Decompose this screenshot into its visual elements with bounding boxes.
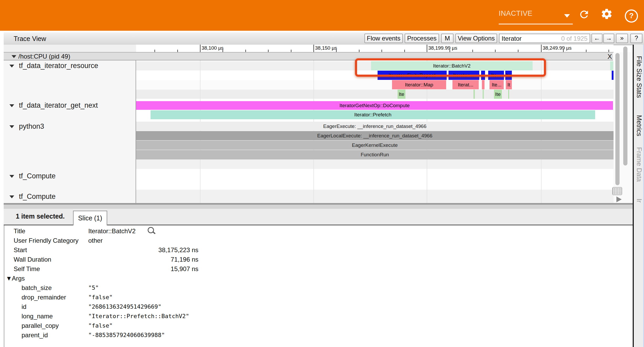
- trace-band[interactable]: FunctionRun: [136, 150, 614, 159]
- trace-slice[interactable]: [473, 90, 475, 99]
- arg-row: drop_remainder"false": [4, 293, 633, 302]
- detail-label: User Friendly Category: [14, 237, 79, 244]
- arg-row: id"2686136324951429669": [4, 302, 633, 312]
- args-section-row: ▼Args: [4, 274, 633, 283]
- track-collapse-arrow-icon[interactable]: [9, 65, 14, 68]
- nav-button[interactable]: →: [603, 34, 614, 43]
- ruler-minor-tick: [404, 50, 405, 52]
- arg-row: batch_size"5": [4, 283, 633, 293]
- nav-button[interactable]: »: [616, 34, 628, 43]
- selection-status: 1 item selected.: [16, 213, 65, 220]
- detail-label: Self Time: [14, 265, 40, 273]
- timeline-ruler: 38,100 µs38,150 µs38,199.99 µs38,249.99 …: [136, 45, 614, 53]
- timeline-row-background: [136, 159, 614, 169]
- arg-name: parent_id: [22, 332, 48, 339]
- trace-slice[interactable]: IteratorGetNextOp::DoCompute: [136, 101, 613, 110]
- arg-value: "-8853857924060639988": [88, 332, 165, 338]
- detail-row: TitleIterator::BatchV2: [4, 226, 633, 236]
- trace-slice[interactable]: Iterator::FiniteRepeat: [378, 71, 447, 80]
- magnifier-icon[interactable]: [148, 227, 154, 233]
- trace-slice[interactable]: Ite...: [488, 71, 504, 80]
- page-title: Trace View: [14, 35, 46, 43]
- sidebar-tab-ir[interactable]: Ir: [635, 199, 643, 203]
- trace-slice[interactable]: [508, 90, 509, 99]
- trace-slice[interactable]: [612, 71, 614, 80]
- detail-value: other: [88, 237, 103, 244]
- detail-value: 15,907 ns: [171, 265, 198, 273]
- ruler-major-tick: [200, 45, 200, 52]
- trace-slice[interactable]: [610, 61, 613, 70]
- arg-name: parallel_copy: [22, 322, 59, 329]
- close-icon[interactable]: X: [607, 53, 612, 61]
- trace-slice[interactable]: [483, 90, 484, 99]
- sidebar-tab-metrics[interactable]: Metrics: [635, 115, 643, 136]
- trace-slice[interactable]: Ite: [494, 90, 502, 99]
- ruler-minor-tick: [495, 50, 496, 52]
- run-selector-dropdown[interactable]: INACTIVE: [499, 9, 573, 24]
- nav-button[interactable]: ?: [630, 34, 642, 43]
- detail-row: Start38,175,223 ns: [4, 245, 633, 255]
- trace-band[interactable]: EagerLocalExecute: __inference_run_datas…: [136, 131, 614, 140]
- arg-value: "false": [88, 294, 113, 301]
- process-header: /host:CPU (pid 49) X: [4, 52, 613, 60]
- track-label-0: tf_data_iterator_resource: [19, 62, 98, 70]
- vertical-scrollbar-thumb-2[interactable]: [623, 46, 627, 165]
- ruler-minor-tick: [268, 50, 269, 52]
- ruler-tick-label: 38,150 µs: [315, 45, 337, 51]
- drag-handle[interactable]: [612, 187, 622, 195]
- trace-band[interactable]: EagerKernelExecute: [136, 141, 614, 150]
- toolbar-button-processes[interactable]: Processes: [405, 34, 439, 43]
- trace-slice[interactable]: Iterator:...: [449, 71, 479, 80]
- resize-corner-icon[interactable]: [616, 196, 622, 202]
- ruler-minor-tick: [359, 50, 359, 52]
- tab-slice[interactable]: Slice (1): [73, 211, 107, 225]
- track-label-4: tf_Compute: [19, 193, 56, 201]
- ruler-minor-tick: [382, 50, 382, 52]
- gear-icon[interactable]: [601, 8, 613, 20]
- detail-row: User Friendly Categoryother: [4, 236, 633, 245]
- detail-value: Iterator::BatchV2: [88, 227, 136, 235]
- arg-name: long_name: [22, 313, 53, 320]
- arg-name: id: [22, 303, 27, 310]
- arg-value: "Iterator::Prefetch::BatchV2": [88, 313, 189, 319]
- trace-slice[interactable]: Iterator::Prefetch: [151, 110, 595, 119]
- ruler-tick-label: 38,249.99 µs: [543, 45, 571, 51]
- collapse-arrow-icon[interactable]: [12, 55, 16, 58]
- nav-button[interactable]: ←: [591, 34, 602, 43]
- trace-slice[interactable]: Ite...: [490, 80, 504, 89]
- arg-value: "2686136324951429669": [88, 303, 161, 310]
- ruler-minor-tick: [291, 50, 291, 52]
- slice-details-table: TitleIterator::BatchV2User Friendly Cate…: [4, 225, 633, 347]
- help-icon[interactable]: ?: [625, 9, 638, 23]
- track-collapse-arrow-icon[interactable]: [9, 125, 14, 128]
- trace-slice[interactable]: Iterat...: [452, 80, 479, 89]
- toolbar-button-flow-events[interactable]: Flow events: [364, 34, 403, 43]
- track-label-2: python3: [19, 122, 44, 131]
- scrollbar-zone: [614, 52, 633, 203]
- dropdown-underline: [499, 24, 573, 24]
- trace-slice[interactable]: Ite: [398, 90, 405, 99]
- track-collapse-arrow-icon[interactable]: [9, 175, 14, 178]
- sidebar-tab-frame-data[interactable]: Frame Data: [635, 147, 643, 182]
- trace-slice[interactable]: Iterator::Map: [392, 80, 446, 89]
- trace-slice[interactable]: Iterator::BatchV2: [371, 61, 533, 70]
- track-collapse-arrow-icon[interactable]: [9, 195, 14, 198]
- trace-slice[interactable]: [482, 80, 485, 89]
- trace-slice[interactable]: [481, 71, 485, 80]
- args-toggle[interactable]: ▼: [6, 275, 12, 282]
- timeline-row-background: [136, 80, 614, 89]
- arg-row: parent_id"-8853857924060639988": [4, 330, 633, 340]
- track-collapse-arrow-icon[interactable]: [9, 104, 14, 107]
- ruler-minor-tick: [563, 50, 564, 52]
- search-input[interactable]: Iterator 0 of 1925: [499, 34, 590, 43]
- analysis-sidebar: File Size StatsMetricsFrame DataIr: [633, 45, 644, 347]
- sidebar-tab-file-size-stats[interactable]: File Size Stats: [635, 56, 643, 98]
- trace-slice[interactable]: Ite: [505, 71, 512, 80]
- trace-slice[interactable]: It: [506, 80, 512, 89]
- ruler-minor-tick: [177, 50, 178, 52]
- toolbar-button-m[interactable]: M: [441, 34, 454, 43]
- trace-band[interactable]: EagerExecute: __inference_run_dataset_49…: [136, 122, 614, 131]
- toolbar-button-view-options[interactable]: View Options: [455, 34, 497, 43]
- vertical-scrollbar-thumb[interactable]: [615, 53, 620, 185]
- refresh-icon[interactable]: [578, 9, 590, 20]
